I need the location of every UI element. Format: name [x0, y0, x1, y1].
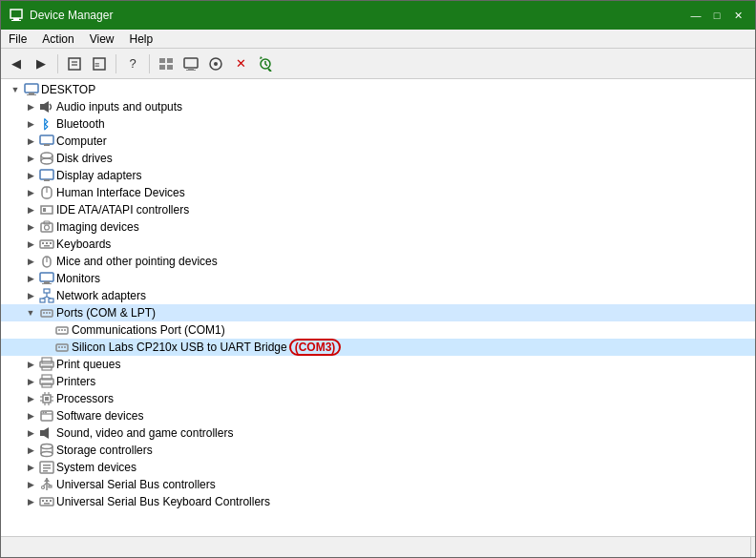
printers-expand[interactable]: ▶: [24, 375, 37, 388]
svg-marker-22: [44, 101, 49, 113]
tree-processors[interactable]: ▶ Processors: [1, 390, 755, 407]
tree-silabs[interactable]: ▶ Silicon Labs CP210x USB to UART Bridge…: [1, 339, 755, 356]
svg-rect-35: [43, 208, 46, 212]
tree-imaging[interactable]: ▶ Imaging devices: [1, 218, 755, 236]
tree-bluetooth[interactable]: ▶ ᛒ Bluetooth: [1, 115, 755, 133]
svg-point-57: [46, 312, 48, 314]
tree-audio[interactable]: ▶ Audio inputs and outputs: [1, 98, 755, 115]
imaging-icon: [39, 219, 54, 235]
properties-button[interactable]: [63, 52, 86, 75]
network-expand[interactable]: ▶: [24, 289, 37, 302]
hid-expand[interactable]: ▶: [24, 186, 37, 199]
software-expand[interactable]: ▶: [24, 409, 37, 423]
tree-sysdev[interactable]: ▶ System devices: [1, 459, 755, 476]
menu-action[interactable]: Action: [34, 31, 81, 48]
sound-label: Sound, video and game controllers: [56, 426, 233, 440]
tree-root[interactable]: ▼ DESKTOP: [1, 81, 755, 98]
svg-marker-98: [44, 478, 50, 482]
tree-storage[interactable]: ▶ Storage controllers: [1, 442, 755, 459]
processors-expand[interactable]: ▶: [24, 392, 37, 405]
sysdev-expand[interactable]: ▶: [24, 461, 37, 474]
usb-expand[interactable]: ▶: [24, 478, 37, 491]
maximize-button[interactable]: □: [707, 6, 726, 25]
tree-keyboards[interactable]: ▶ Keyboards: [1, 236, 755, 253]
storage-expand[interactable]: ▶: [24, 444, 37, 457]
svg-rect-96: [43, 470, 48, 472]
update-button[interactable]: ≡: [88, 52, 111, 75]
sound-expand[interactable]: ▶: [24, 426, 37, 440]
svg-point-61: [61, 329, 63, 331]
svg-rect-41: [46, 242, 48, 244]
processors-label: Processors: [56, 392, 114, 405]
imaging-expand[interactable]: ▶: [24, 220, 37, 234]
svg-rect-67: [42, 358, 52, 363]
svg-text:≡: ≡: [94, 60, 99, 70]
tree-monitors[interactable]: ▶ Monitors: [1, 270, 755, 287]
remove-button[interactable]: ✕: [229, 52, 252, 75]
audio-expand[interactable]: ▶: [24, 100, 37, 114]
content-area: ▼ DESKTOP ▶: [1, 79, 755, 536]
svg-rect-13: [188, 68, 194, 70]
svg-point-60: [58, 329, 60, 331]
tree-sound[interactable]: ▶ Sound, video and game controllers: [1, 424, 755, 442]
svg-point-101: [42, 486, 45, 489]
menu-file[interactable]: File: [1, 31, 34, 48]
tree-printq[interactable]: ▶ Print queues: [1, 356, 755, 373]
sound-icon: [39, 425, 54, 441]
tree-network[interactable]: ▶ Network adapters: [1, 287, 755, 304]
tree-computer[interactable]: ▶ Computer: [1, 133, 755, 150]
tree-printers[interactable]: ▶ Printers: [1, 373, 755, 390]
svg-rect-105: [46, 500, 48, 502]
svg-rect-8: [159, 58, 165, 63]
tree-disk[interactable]: ▶ Disk drives: [1, 150, 755, 167]
computer-icon: [39, 134, 54, 149]
view-button[interactable]: [155, 52, 178, 75]
tree-com1[interactable]: ▶ Communications Port (COM1): [1, 321, 755, 339]
tree-ports[interactable]: ▼ Ports (COM & LPT): [1, 304, 755, 321]
ports-expand[interactable]: ▼: [24, 306, 37, 320]
scan-button[interactable]: [254, 52, 277, 75]
root-icon: [24, 82, 39, 97]
svg-point-89: [41, 444, 52, 449]
close-button[interactable]: ✕: [728, 6, 747, 25]
svg-rect-9: [167, 58, 173, 63]
bluetooth-expand[interactable]: ▶: [24, 117, 37, 131]
forward-button[interactable]: ▶: [30, 52, 52, 75]
back-button[interactable]: ◀: [5, 52, 28, 75]
keyboards-expand[interactable]: ▶: [24, 238, 37, 251]
help-button[interactable]: ?: [121, 52, 144, 75]
monitor-button[interactable]: [179, 52, 202, 75]
printq-expand[interactable]: ▶: [24, 358, 37, 371]
tree-mice[interactable]: ▶ Mice and other pointing devices: [1, 253, 755, 270]
tree-usbkb[interactable]: ▶ Universal Serial Bus Keyboard Controll…: [1, 493, 755, 510]
svg-point-58: [49, 312, 51, 314]
display-expand[interactable]: ▶: [24, 169, 37, 182]
usbkb-expand[interactable]: ▶: [24, 495, 37, 508]
disk-expand[interactable]: ▶: [24, 152, 37, 165]
svg-point-29: [41, 158, 52, 164]
root-expand[interactable]: ▼: [9, 83, 22, 96]
mice-expand[interactable]: ▶: [24, 255, 37, 268]
tree-usb[interactable]: ▶ Universal Serial Bus controllers: [1, 476, 755, 493]
device-tree[interactable]: ▼ DESKTOP ▶: [1, 79, 755, 536]
tree-ide[interactable]: ▶ IDE ATA/ATAPI controllers: [1, 201, 755, 218]
svg-rect-24: [40, 135, 53, 144]
tree-hid[interactable]: ▶ Human Interface Devices: [1, 184, 755, 201]
minimize-button[interactable]: —: [686, 6, 705, 25]
app-icon: [9, 8, 24, 23]
display-icon: [39, 168, 54, 183]
usb-icon: [39, 477, 54, 492]
ide-expand[interactable]: ▶: [24, 203, 37, 217]
tree-display[interactable]: ▶ Display adapters: [1, 167, 755, 184]
device-button[interactable]: [204, 52, 227, 75]
ports-label: Ports (COM & LPT): [56, 306, 156, 320]
computer-expand[interactable]: ▶: [24, 134, 37, 148]
menu-help[interactable]: Help: [122, 31, 161, 48]
bluetooth-icon: ᛒ: [39, 116, 54, 132]
menu-view[interactable]: View: [82, 31, 122, 48]
sysdev-icon: [39, 460, 54, 475]
title-bar: Device Manager — □ ✕: [1, 1, 755, 30]
monitors-expand[interactable]: ▶: [24, 272, 37, 285]
tree-software[interactable]: ▶ Software devices: [1, 407, 755, 424]
svg-rect-21: [40, 104, 44, 110]
